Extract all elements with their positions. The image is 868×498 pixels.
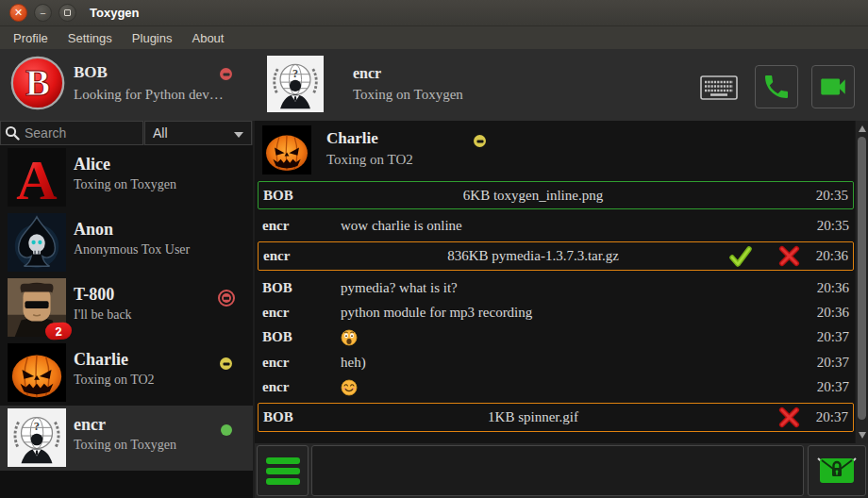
chat-peer-name: Charlie: [326, 129, 378, 148]
message-row: encr wow charlie is online 20:35: [258, 213, 854, 238]
sidebar-footer: [0, 471, 253, 498]
hamburger-menu-icon: [266, 457, 300, 464]
chat-peer-item[interactable]: Charlie Toxing on TO2: [259, 124, 853, 176]
message-row: encr heh) 20:37: [258, 350, 854, 374]
message-text: python module for mp3 recording: [341, 305, 801, 321]
message-author: BOB: [258, 280, 341, 296]
message-row: encr python module for mp3 recording 20:…: [258, 300, 854, 324]
scrollbar-thumb[interactable]: [858, 137, 866, 420]
message-author: BOB: [259, 409, 342, 425]
video-call-button[interactable]: [811, 65, 855, 108]
message-time: 20:36: [800, 248, 853, 264]
scroll-up-arrow-icon[interactable]: [859, 125, 866, 132]
message-time: 20:35: [800, 188, 853, 204]
menu-settings[interactable]: Settings: [66, 29, 114, 47]
attachment-menu-button[interactable]: [257, 445, 309, 496]
menu-plugins[interactable]: Plugins: [130, 29, 175, 47]
online-status-icon: [221, 424, 232, 436]
contact-filter-dropdown[interactable]: All: [144, 121, 252, 145]
encrypted-send-icon: [814, 453, 860, 489]
contact-status-message: I'll be back: [74, 307, 132, 323]
self-name[interactable]: BOB: [74, 63, 108, 82]
spade-skull-avatar: [8, 213, 66, 272]
chat-scrollbar[interactable]: [855, 121, 868, 443]
window-close-button[interactable]: ✕: [9, 4, 27, 22]
window-maximize-button[interactable]: [58, 4, 76, 22]
contact-name: Anon: [74, 220, 113, 240]
titlebar: ✕ − Toxygen: [0, 0, 868, 26]
message-time: 20:37: [801, 329, 854, 345]
shocked-emoji-icon: [341, 329, 358, 346]
contact-row-t800[interactable]: T-800 I'll be back 2: [0, 275, 253, 340]
pumpkin-avatar: [262, 125, 311, 174]
composer-bar: [255, 443, 868, 498]
conversation-peer-status: Toxing on Toxygen: [353, 87, 463, 103]
contact-name: encr: [74, 415, 106, 435]
scroll-down-arrow-icon[interactable]: [859, 432, 866, 439]
message-input[interactable]: [311, 445, 804, 496]
message-row: BOB pymedia? what is it? 20:36: [258, 275, 854, 300]
decline-file-button[interactable]: [778, 245, 800, 267]
message-time: 20:37: [800, 409, 853, 425]
file-transfer-row: BOB 6KB toxygen_inline.png 20:35: [258, 181, 854, 209]
message-time: 20:36: [801, 280, 854, 296]
away-status-icon: [220, 357, 232, 370]
search-input[interactable]: [20, 125, 142, 141]
file-transfer-label: 836KB pymedia-1.3.7.3.tar.gz: [342, 248, 725, 264]
window-title: Toxygen: [90, 6, 140, 20]
away-status-icon: [474, 135, 486, 147]
accept-file-button[interactable]: [729, 245, 752, 268]
contact-filter-value: All: [153, 125, 168, 141]
contact-row-charlie[interactable]: Charlie Toxing on TO2: [0, 340, 253, 406]
contact-status-message: Anonymous Tox User: [74, 242, 190, 257]
contact-name: Charlie: [74, 350, 128, 370]
contact-name: Alice: [74, 155, 110, 174]
pumpkin-avatar: [8, 343, 66, 402]
contact-row-alice[interactable]: Alice Toxing on Toxygen: [0, 145, 253, 210]
search-box: [0, 121, 143, 145]
self-status-message[interactable]: Looking for Python dev…: [74, 87, 224, 103]
contact-status-message: Toxing on TO2: [74, 373, 155, 388]
decline-file-button[interactable]: [778, 407, 800, 428]
chat-history: Charlie Toxing on TO2 BOB 6KB toxygen_in…: [255, 121, 868, 443]
keyboard-icon[interactable]: [700, 75, 738, 100]
search-icon: [5, 125, 20, 141]
message-time: 20:37: [801, 379, 854, 395]
audio-call-button[interactable]: [755, 65, 798, 108]
menu-about[interactable]: About: [190, 29, 225, 47]
file-transfer-row: encr 836KB pymedia-1.3.7.3.tar.gz 20:36: [258, 241, 854, 271]
message-time: 20:37: [801, 355, 854, 371]
message-author: encr: [258, 218, 341, 234]
file-transfer-label: 6KB toxygen_inline.png: [342, 188, 725, 204]
phone-icon: [761, 72, 792, 102]
window-minimize-button[interactable]: −: [34, 4, 52, 22]
message-author: BOB: [258, 329, 341, 345]
busy-status-icon: [218, 290, 235, 307]
conversation-peer-name: encr: [353, 65, 381, 82]
contact-row-anon[interactable]: Anon Anonymous Tox User: [0, 210, 253, 275]
conversation-peer-avatar: [267, 56, 324, 112]
menubar: Profile Settings Plugins About: [0, 26, 868, 49]
message-author: encr: [259, 248, 342, 264]
message-text: heh): [341, 355, 801, 371]
message-author: encr: [258, 355, 341, 371]
message-row: BOB 20:37: [258, 324, 854, 349]
contact-row-encr[interactable]: encr Toxing on Toxygen: [0, 406, 253, 471]
file-transfer-label: 1KB spinner.gif: [342, 409, 725, 425]
self-avatar[interactable]: [9, 55, 66, 111]
anonymous-avatar: [8, 408, 66, 467]
contact-list: Alice Toxing on Toxygen Anon Anonymous T…: [0, 145, 253, 498]
toxygen-window: ✕ − Toxygen Profile Settings Plugins Abo…: [0, 0, 868, 498]
contact-status-message: Toxing on Toxygen: [74, 177, 176, 192]
message-time: 20:36: [801, 305, 854, 321]
menu-profile[interactable]: Profile: [11, 29, 50, 47]
message-row: encr 20:37: [258, 374, 854, 399]
unread-count-badge: 2: [44, 322, 72, 340]
message-text: wow charlie is online: [341, 218, 801, 234]
message-author: BOB: [259, 188, 342, 204]
alice-avatar: [8, 148, 66, 207]
chevron-down-icon: [234, 132, 243, 138]
send-message-button[interactable]: [808, 445, 866, 496]
busy-status-icon[interactable]: [220, 68, 232, 80]
chat-peer-status: Toxing on TO2: [326, 152, 413, 168]
